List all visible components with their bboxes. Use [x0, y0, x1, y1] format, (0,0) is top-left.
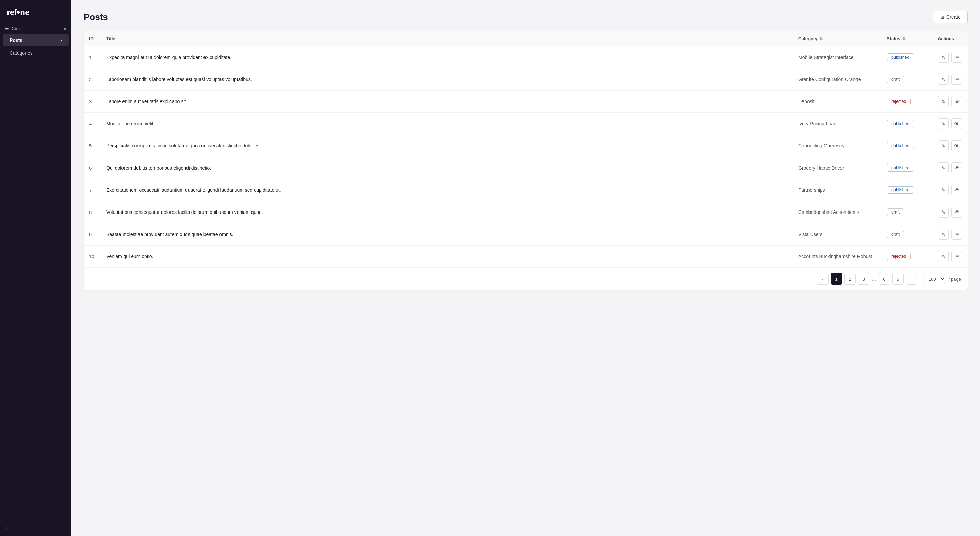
chevron-right-icon: › — [60, 37, 62, 43]
cms-section-label: Cms — [11, 26, 21, 31]
cell-status: draft — [881, 223, 932, 246]
cell-title: Qui dolorem debitis temporibus eligendi … — [101, 157, 793, 179]
sidebar-collapse-btn[interactable]: ‹ — [0, 519, 72, 536]
cell-title: Voluptatibus consequatur dolores facilis… — [101, 201, 793, 223]
cell-id: 4 — [84, 113, 101, 135]
sidebar: refne ☰ Cms ∧ Posts › Categories ‹ — [0, 0, 72, 536]
cell-actions: ✎ 👁 — [932, 46, 968, 69]
col-header-actions: Actions — [932, 31, 968, 46]
logo-area: refne — [0, 0, 72, 23]
edit-button[interactable]: ✎ — [938, 140, 949, 151]
prev-page-btn[interactable]: ‹ — [817, 273, 829, 285]
cell-actions: ✎ 👁 — [932, 223, 968, 246]
cell-status: draft — [881, 69, 932, 91]
edit-button[interactable]: ✎ — [938, 96, 949, 107]
cell-category: Connecting Guernsey — [793, 135, 881, 157]
main-content: Posts ⊞ Create ID Title Category — [72, 0, 980, 536]
logo: refne — [7, 8, 29, 17]
cell-id: 10 — [84, 246, 101, 268]
chevron-up-icon: ∧ — [63, 26, 67, 31]
sidebar-cms-section[interactable]: ☰ Cms ∧ — [0, 23, 72, 34]
sidebar-item-posts[interactable]: Posts › — [3, 34, 69, 46]
cell-category: Ivory Pricing Loan — [793, 113, 881, 135]
cell-actions: ✎ 👁 — [932, 179, 968, 201]
view-button[interactable]: 👁 — [951, 163, 962, 173]
view-button[interactable]: 👁 — [951, 118, 962, 129]
cell-id: 7 — [84, 179, 101, 201]
status-badge: rejected — [887, 98, 911, 105]
cell-category: Accounts Buckinghamshire Robust — [793, 246, 881, 268]
view-button[interactable]: 👁 — [951, 229, 962, 240]
cell-status: draft — [881, 201, 932, 223]
cell-category: Partnerships — [793, 179, 881, 201]
status-badge: published — [887, 120, 914, 128]
cell-actions: ✎ 👁 — [932, 201, 968, 223]
page-btn-6[interactable]: 6 — [878, 273, 890, 285]
view-button[interactable]: 👁 — [951, 185, 962, 195]
cell-actions: ✎ 👁 — [932, 157, 968, 179]
edit-button[interactable]: ✎ — [938, 251, 949, 262]
cell-title: Modi atque rerum velit. — [101, 113, 793, 135]
cell-status: rejected — [881, 246, 932, 268]
col-header-status: Status ⇅ — [881, 31, 932, 46]
cell-category: Granite Configuration Orange — [793, 69, 881, 91]
create-button[interactable]: ⊞ Create — [933, 11, 968, 23]
status-badge: draft — [887, 231, 904, 238]
cell-category: Mobile Strategist Interface — [793, 46, 881, 69]
cell-status: rejected — [881, 91, 932, 113]
cell-id: 1 — [84, 46, 101, 69]
col-header-category: Category ⇅ — [793, 31, 881, 46]
cell-title: Beatae molestiae provident autem quos qu… — [101, 223, 793, 246]
view-button[interactable]: 👁 — [951, 74, 962, 85]
cell-title: Exercitationem occaecati laudantium quae… — [101, 179, 793, 201]
edit-button[interactable]: ✎ — [938, 229, 949, 240]
page-btn-5[interactable]: 5 — [892, 273, 904, 285]
create-btn-label: Create — [946, 14, 961, 20]
cell-title: Veniam qui eum optio. — [101, 246, 793, 268]
edit-button[interactable]: ✎ — [938, 52, 949, 63]
cell-title: Perspiciatis corrupti distinctio soluta … — [101, 135, 793, 157]
page-title: Posts — [84, 12, 108, 22]
cell-id: 3 — [84, 91, 101, 113]
page-size-select[interactable]: 100 50 25 10 — [924, 274, 945, 284]
cell-id: 5 — [84, 135, 101, 157]
cell-id: 2 — [84, 69, 101, 91]
table-row: 6 Qui dolorem debitis temporibus eligend… — [84, 157, 968, 179]
table-row: 3 Labore enim aut veritatis explicabo si… — [84, 91, 968, 113]
edit-button[interactable]: ✎ — [938, 185, 949, 195]
edit-button[interactable]: ✎ — [938, 163, 949, 173]
sidebar-item-categories[interactable]: Categories — [3, 47, 69, 59]
edit-button[interactable]: ✎ — [938, 118, 949, 129]
cell-status: published — [881, 179, 932, 201]
next-page-btn[interactable]: › — [906, 273, 917, 285]
view-button[interactable]: 👁 — [951, 251, 962, 262]
cell-title: Expedita magni aut ut dolorem quia provi… — [101, 46, 793, 69]
page-btn-3[interactable]: 3 — [858, 273, 869, 285]
cell-category: Grocery Haptic Driver — [793, 157, 881, 179]
view-button[interactable]: 👁 — [951, 207, 962, 218]
edit-button[interactable]: ✎ — [938, 207, 949, 218]
cell-status: published — [881, 135, 932, 157]
table-row: 4 Modi atque rerum velit. Ivory Pricing … — [84, 113, 968, 135]
cell-id: 9 — [84, 223, 101, 246]
cell-status: published — [881, 46, 932, 69]
view-button[interactable]: 👁 — [951, 52, 962, 63]
pagination: ‹ 1 2 3 ... 6 5 › 100 50 25 10 / page — [84, 267, 968, 290]
col-header-title: Title — [101, 31, 793, 46]
sidebar-item-posts-label: Posts — [10, 37, 22, 43]
page-btn-2[interactable]: 2 — [844, 273, 856, 285]
view-button[interactable]: 👁 — [951, 140, 962, 151]
table-row: 10 Veniam qui eum optio. Accounts Buckin… — [84, 246, 968, 268]
cell-actions: ✎ 👁 — [932, 69, 968, 91]
cell-actions: ✎ 👁 — [932, 246, 968, 268]
page-header: Posts ⊞ Create — [84, 11, 968, 23]
view-button[interactable]: 👁 — [951, 96, 962, 107]
edit-button[interactable]: ✎ — [938, 74, 949, 85]
cell-category: Vista Users — [793, 223, 881, 246]
cell-status: published — [881, 113, 932, 135]
status-filter-icon[interactable]: ⇅ — [902, 37, 906, 41]
per-page-label: / page — [949, 276, 961, 282]
category-filter-icon[interactable]: ⇅ — [819, 37, 823, 41]
page-btn-1[interactable]: 1 — [830, 273, 842, 285]
table-row: 8 Voluptatibus consequatur dolores facil… — [84, 201, 968, 223]
